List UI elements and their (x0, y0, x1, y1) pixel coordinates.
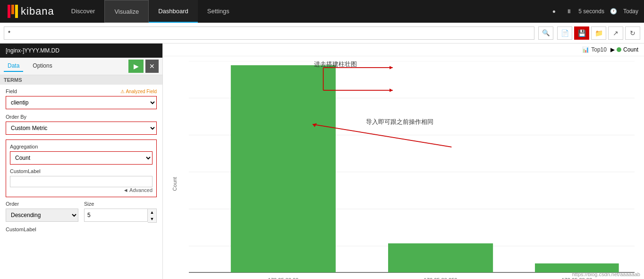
legend-item: ▶ Count (610, 46, 638, 53)
size-col: Size ▲ ▼ (84, 201, 157, 223)
time-controls: 5 seconds (578, 8, 604, 15)
aggregation-select[interactable]: Count (10, 151, 153, 165)
y-axis-label: Count (172, 177, 178, 191)
size-spinners: ▲ ▼ (148, 209, 157, 223)
order-by-group: Order By Custom Metric (6, 114, 157, 135)
close-button[interactable]: ✕ (145, 60, 159, 73)
top-label: Top10 (591, 46, 607, 53)
field-select[interactable]: clientip (6, 96, 157, 109)
field-label-row: Field ⚠ Analyzed Field (6, 88, 157, 94)
custom-label-input[interactable] (10, 176, 153, 187)
bar-1 (231, 65, 336, 272)
circle-icon: ● (548, 6, 559, 17)
analyzed-field-label: ⚠ Analyzed Field (120, 89, 157, 94)
panel-tabs: Data Options ▶ ✕ (0, 58, 162, 75)
svg-text:172.25.38.250: 172.25.38.250 (424, 277, 458, 279)
size-input-wrap: ▲ ▼ (84, 209, 157, 223)
share-icon[interactable]: ↗ (608, 26, 623, 40)
search-icon: 🔍 (542, 29, 550, 36)
kibana-logo: kibana (0, 0, 62, 23)
size-up[interactable]: ▲ (148, 209, 156, 216)
order-by-select[interactable]: Custom Metric (6, 122, 157, 135)
legend-color (617, 47, 621, 52)
left-panel: [nginx-]YYYY.MM.DD Data Options ▶ ✕ Term… (0, 44, 163, 279)
legend-label: Count (623, 46, 638, 53)
nav-dashboard[interactable]: Dashboard (149, 0, 198, 23)
search-button[interactable]: 🔍 (538, 26, 553, 40)
nav-items: Discover Visualize Dashboard Settings (62, 0, 239, 23)
size-label: Size (84, 201, 157, 207)
order-by-label: Order By (6, 114, 157, 120)
date-value: Today (623, 8, 638, 15)
chart-title: 📊 Top10 (582, 46, 607, 53)
nav-visualize[interactable]: Visualize (104, 0, 149, 23)
tab-data[interactable]: Data (4, 61, 23, 72)
panel-header: [nginx-]YYYY.MM.DD (0, 44, 162, 58)
aggregation-label: Aggregation (10, 144, 153, 149)
order-label: Order (6, 201, 78, 207)
custom-label-label: CustomLabel (10, 168, 153, 174)
advanced-link[interactable]: ◄ Advanced (10, 187, 153, 193)
logo-text: kibana (21, 5, 54, 17)
expand-legend-icon[interactable]: ▶ (610, 46, 615, 53)
nav-discover[interactable]: Discover (62, 0, 105, 23)
save-icon[interactable]: 💾 (574, 26, 589, 40)
toolbar-icons: 📄 💾 📁 ↗ ↻ (557, 26, 640, 40)
size-input[interactable] (84, 209, 148, 222)
pause-icon[interactable]: ⏸ (563, 6, 575, 17)
top-nav: kibana Discover Visualize Dashboard Sett… (0, 0, 644, 23)
bar-chart-icon: 📊 (582, 46, 589, 53)
time-value: 5 seconds (578, 8, 604, 15)
watermark: https://blog.csdn.net/aaaaaab (572, 271, 640, 277)
section-terms: Terms (0, 75, 162, 85)
field-group: Field ⚠ Analyzed Field clientip (6, 88, 157, 109)
nav-settings[interactable]: Settings (198, 0, 239, 23)
custom-label2-label: CustomLabel (6, 227, 157, 232)
panel-content: Terms Field ⚠ Analyzed Field clientip Or… (0, 75, 162, 279)
order-select[interactable]: Descending (6, 209, 78, 222)
svg-text:172.25.38.88: 172.25.38.88 (561, 277, 592, 279)
search-bar: 🔍 📄 💾 📁 ↗ ↻ (0, 23, 644, 44)
order-col: Order Descending (6, 201, 78, 223)
search-input[interactable] (4, 26, 534, 40)
chart-body: Count 5.000 4.000 3.000 2.000 1.000 0 (163, 56, 644, 279)
size-down[interactable]: ▼ (148, 216, 156, 222)
svg-text:172.25.38.90: 172.25.38.90 (268, 277, 299, 279)
panel-title: [nginx-]YYYY.MM.DD (6, 47, 59, 54)
bar-2 (388, 244, 493, 272)
chart-area: 📊 Top10 ▶ Count Count 5.000 (163, 44, 644, 279)
play-button[interactable]: ▶ (128, 60, 144, 73)
nav-right: ● ⏸ 5 seconds 🕐 Today (548, 6, 644, 17)
aggregation-group: Aggregation Count CustomLabel ◄ Advanced (6, 140, 157, 197)
refresh-icon[interactable]: ↻ (625, 26, 640, 40)
field-label: Field (6, 88, 17, 94)
clock-icon[interactable]: 🕐 (608, 6, 619, 17)
folder-icon[interactable]: 📁 (591, 26, 606, 40)
tab-options[interactable]: Options (29, 61, 56, 72)
chart-header: 📊 Top10 ▶ Count (163, 44, 644, 56)
save-new-icon[interactable]: 📄 (557, 26, 572, 40)
custom-label2-group: CustomLabel (6, 227, 157, 232)
main-content: [nginx-]YYYY.MM.DD Data Options ▶ ✕ Term… (0, 44, 644, 279)
logo-bars (8, 5, 18, 18)
order-size-row: Order Descending Size ▲ ▼ (6, 201, 157, 223)
chart-svg: 5.000 4.000 3.000 2.000 1.000 0 172.25.3… (189, 61, 635, 279)
